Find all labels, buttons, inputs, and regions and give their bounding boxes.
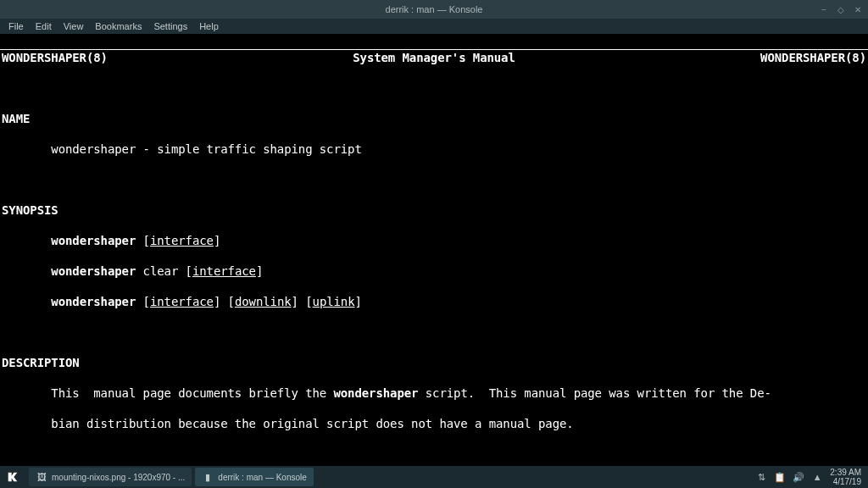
chevron-up-icon[interactable]: ▲	[811, 471, 823, 483]
taskbar-item-label: derrik : man — Konsole	[218, 473, 307, 482]
menu-file[interactable]: File	[8, 21, 24, 31]
man-header-right: WONDERSHAPER(8)	[760, 50, 866, 65]
system-tray: ⇅ 📋 🔊 ▲ 2:39 AM 4/17/19	[755, 468, 868, 486]
menu-edit[interactable]: Edit	[36, 21, 52, 31]
close-button[interactable]: ✕	[853, 4, 863, 14]
man-header-center: System Manager's Manual	[353, 50, 515, 65]
clock-time: 2:39 AM	[830, 468, 861, 477]
name-line: wondershaper - simple traffic shaping sc…	[0, 141, 868, 157]
menu-help[interactable]: Help	[199, 21, 219, 31]
desc-line-1: This manual page documents briefly the w…	[0, 385, 868, 401]
maximize-button[interactable]: ◇	[836, 4, 846, 14]
taskbar: 🖼 mounting-nixos.png - 1920x970 - ... ▮ …	[0, 466, 868, 488]
synopsis-line-1: wondershaper [interface]	[0, 233, 868, 248]
start-button[interactable]	[0, 466, 25, 488]
man-header-left: WONDERSHAPER(8)	[2, 50, 108, 65]
volume-icon[interactable]: 🔊	[793, 471, 804, 483]
clock-date: 4/17/19	[830, 477, 861, 486]
section-synopsis: SYNOPSIS	[0, 202, 868, 218]
clipboard-icon[interactable]: 📋	[774, 471, 786, 483]
menu-bookmarks[interactable]: Bookmarks	[95, 21, 142, 31]
image-icon: 🖼	[36, 471, 47, 483]
kde-logo-icon	[6, 470, 19, 484]
menu-view[interactable]: View	[64, 21, 84, 31]
taskbar-item-konsole[interactable]: ▮ derrik : man — Konsole	[195, 468, 314, 486]
network-icon[interactable]: ⇅	[755, 471, 767, 483]
menu-settings[interactable]: Settings	[153, 21, 187, 31]
desc-line-2: bian distribution because the original s…	[0, 416, 868, 431]
synopsis-line-2: wondershaper clear [interface]	[0, 263, 868, 279]
minimize-button[interactable]: −	[819, 4, 829, 14]
taskbar-item-label: mounting-nixos.png - 1920x970 - ...	[52, 473, 185, 482]
window-controls: − ◇ ✕	[819, 4, 863, 14]
section-description: DESCRIPTION	[0, 355, 868, 370]
window-title: derrik : man — Konsole	[386, 4, 483, 14]
taskbar-item-image[interactable]: 🖼 mounting-nixos.png - 1920x970 - ...	[29, 468, 192, 486]
synopsis-line-3: wondershaper [interface] [downlink] [upl…	[0, 294, 868, 309]
section-name: NAME	[0, 111, 868, 126]
menubar: File Edit View Bookmarks Settings Help	[0, 19, 868, 34]
window-titlebar: derrik : man — Konsole − ◇ ✕	[0, 0, 868, 19]
terminal-output[interactable]: WONDERSHAPER(8)System Manager's ManualWO…	[0, 34, 868, 466]
clock[interactable]: 2:39 AM 4/17/19	[830, 468, 861, 486]
terminal-icon: ▮	[202, 471, 214, 483]
